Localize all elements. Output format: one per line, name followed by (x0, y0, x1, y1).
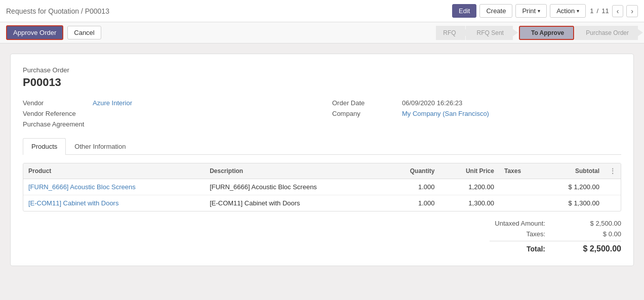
form-grid: Vendor Azure Interior Vendor Reference P… (23, 99, 621, 128)
edit-button[interactable]: Edit (452, 4, 476, 18)
purchase-agreement-label: Purchase Agreement (23, 120, 89, 128)
vendor-row: Vendor Azure Interior (23, 99, 312, 107)
status-pipeline: RFQ RFQ Sent To Approve Purchase Order (436, 26, 638, 40)
totals-section: Untaxed Amount: $ 2,500.00 Taxes: $ 0.00… (23, 220, 621, 253)
row1-product[interactable]: [FURN_6666] Acoustic Bloc Screens (23, 179, 205, 195)
row1-unit-price: 1,200.00 (439, 179, 499, 195)
pagination-current: 1 (590, 7, 593, 15)
create-button[interactable]: Create (479, 4, 512, 18)
print-caret-icon: ▾ (538, 8, 540, 14)
left-fields: Vendor Azure Interior Vendor Reference P… (23, 99, 312, 128)
row1-subtotal: $ 1,200.00 (541, 179, 605, 195)
document-number: P00013 (23, 76, 621, 89)
row2-quantity: 1.000 (386, 195, 439, 211)
action-caret-icon: ▾ (577, 8, 579, 14)
document-card: Purchase Order P00013 Vendor Azure Inter… (10, 54, 634, 266)
products-table: Product Description Quantity Unit Price … (23, 163, 621, 211)
document-label: Purchase Order (23, 66, 621, 74)
tab-products[interactable]: Products (23, 138, 66, 155)
grand-total-label: Total: (485, 245, 545, 253)
row2-unit-price: 1,300.00 (439, 195, 499, 211)
status-purchase-order: Purchase Order (575, 26, 638, 40)
total-divider (490, 241, 621, 241)
table-row: [FURN_6666] Acoustic Bloc Screens [FURN_… (23, 179, 621, 195)
col-description: Description (205, 163, 386, 179)
order-date-label: Order Date (332, 99, 398, 107)
vendor-ref-row: Vendor Reference (23, 110, 312, 117)
taxes-value: $ 0.00 (576, 230, 621, 238)
approve-order-button[interactable]: Approve Order (6, 25, 63, 40)
top-bar: Requests for Quotation / P00013 Edit Cre… (0, 0, 644, 22)
row1-description: [FURN_6666] Acoustic Bloc Screens (205, 179, 386, 195)
table-header-row: Product Description Quantity Unit Price … (23, 163, 621, 179)
grand-total-value: $ 2,500.00 (576, 244, 621, 253)
untaxed-row: Untaxed Amount: $ 2,500.00 (485, 220, 621, 227)
status-rfq-sent: RFQ Sent (466, 26, 513, 40)
row2-product[interactable]: [E-COM11] Cabinet with Doors (23, 195, 205, 211)
col-taxes: Taxes (499, 163, 541, 179)
taxes-label: Taxes: (485, 230, 545, 238)
col-actions-header: ⋮ (605, 163, 621, 179)
rfq-sent-arrow (508, 26, 518, 40)
breadcrumb-title: Requests for Quotation (6, 7, 79, 15)
company-value[interactable]: My Company (San Francisco) (402, 110, 489, 117)
order-date-row: Order Date 06/09/2020 16:26:23 (332, 99, 621, 107)
col-quantity: Quantity (386, 163, 439, 179)
grand-total-row: Total: $ 2,500.00 (485, 244, 621, 253)
print-button[interactable]: Print ▾ (515, 4, 547, 18)
pagination-total: 11 (601, 7, 609, 15)
breadcrumb-record: P00013 (85, 7, 109, 15)
right-fields: Order Date 06/09/2020 16:26:23 Company M… (332, 99, 621, 128)
prev-button[interactable]: ‹ (612, 5, 624, 17)
order-date-value: 06/09/2020 16:26:23 (402, 99, 462, 107)
untaxed-label: Untaxed Amount: (485, 220, 545, 227)
vendor-ref-label: Vendor Reference (23, 110, 89, 117)
cancel-button[interactable]: Cancel (67, 26, 101, 39)
row2-description: [E-COM11] Cabinet with Doors (205, 195, 386, 211)
vendor-label: Vendor (23, 99, 89, 107)
pagination: 1 / 11 ‹ › (590, 5, 638, 17)
purchase-agreement-row: Purchase Agreement (23, 120, 312, 128)
breadcrumb: Requests for Quotation / P00013 (6, 7, 448, 15)
row2-subtotal: $ 1,300.00 (541, 195, 605, 211)
col-product: Product (23, 163, 205, 179)
action-button[interactable]: Action ▾ (550, 4, 586, 18)
vendor-value[interactable]: Azure Interior (93, 99, 132, 107)
col-subtotal: Subtotal (541, 163, 605, 179)
company-label: Company (332, 110, 398, 117)
row1-quantity: 1.000 (386, 179, 439, 195)
table-row: [E-COM11] Cabinet with Doors [E-COM11] C… (23, 195, 621, 211)
status-to-approve: To Approve (519, 26, 574, 40)
row2-taxes (499, 195, 541, 211)
main-content: Purchase Order P00013 Vendor Azure Inter… (0, 44, 644, 276)
col-unit-price: Unit Price (439, 163, 499, 179)
company-row: Company My Company (San Francisco) (332, 110, 621, 117)
row1-actions (605, 179, 621, 195)
row1-taxes (499, 179, 541, 195)
tabs: Products Other Information (23, 138, 621, 155)
status-rfq: RFQ (436, 26, 465, 40)
next-button[interactable]: › (626, 5, 638, 17)
taxes-row: Taxes: $ 0.00 (485, 230, 621, 238)
row2-actions (605, 195, 621, 211)
tab-other-information[interactable]: Other Information (66, 138, 134, 154)
untaxed-value: $ 2,500.00 (576, 220, 621, 227)
action-bar: Approve Order Cancel RFQ RFQ Sent To App… (0, 22, 644, 44)
